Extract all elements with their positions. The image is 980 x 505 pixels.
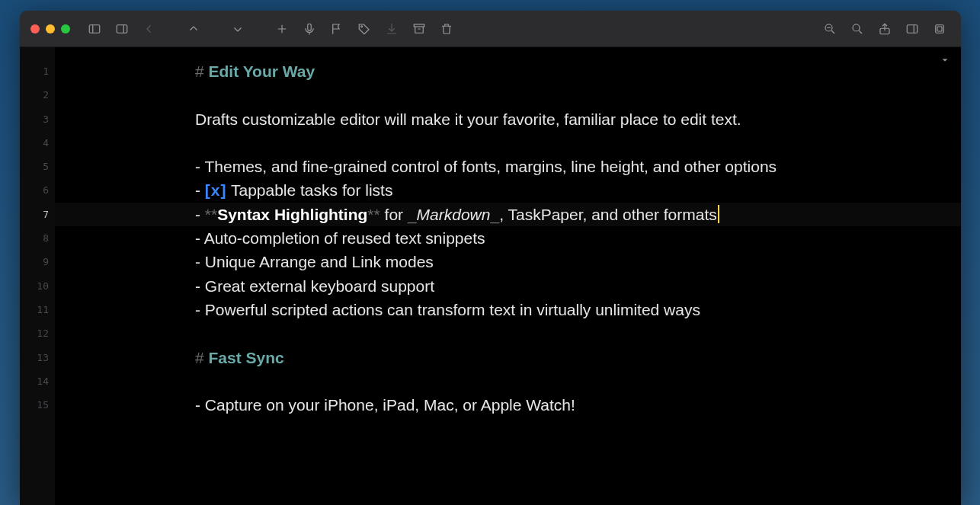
line-number: 7: [20, 203, 55, 226]
editor-line[interactable]: - Powerful scripted actions can transfor…: [195, 298, 961, 321]
svg-point-14: [853, 24, 860, 31]
zoom-window-button[interactable]: [61, 24, 70, 34]
markdown-mark: #: [195, 349, 209, 366]
heading-text: Edit Your Way: [209, 62, 315, 80]
bullet-mark: -: [195, 396, 205, 414]
editor-line[interactable]: [195, 321, 961, 345]
line-number: 12: [20, 321, 55, 345]
mic-icon[interactable]: [299, 18, 320, 40]
line-number: 5: [20, 155, 55, 178]
line-number: 4: [20, 131, 55, 155]
editor-line[interactable]: - Great external keyboard support: [195, 274, 961, 298]
body-text: Powerful scripted actions can transform …: [205, 301, 700, 318]
chevron-up-icon[interactable]: [183, 18, 204, 40]
trash-icon[interactable]: [436, 18, 457, 40]
editor-line[interactable]: # Fast Sync: [195, 346, 961, 369]
editor-line[interactable]: [195, 83, 961, 107]
inspector-icon[interactable]: [929, 18, 950, 40]
body-text: Great external keyboard support: [205, 277, 434, 295]
window-controls: [30, 24, 70, 34]
svg-rect-0: [89, 24, 100, 33]
zoom-out-icon[interactable]: [819, 18, 841, 40]
close-window-button[interactable]: [30, 24, 40, 34]
svg-line-12: [831, 30, 834, 34]
svg-rect-2: [117, 24, 127, 33]
panel-right-icon[interactable]: [902, 18, 923, 40]
body-text: for: [380, 206, 408, 223]
text-cursor: [718, 205, 719, 223]
body-text: Auto-completion of reused text snippets: [204, 229, 485, 247]
svg-rect-6: [308, 24, 312, 30]
line-number: 2: [20, 83, 55, 107]
markdown-mark: _: [490, 206, 499, 223]
bullet-mark: -: [195, 229, 204, 247]
editor-line[interactable]: - Auto-completion of reused text snippet…: [195, 226, 961, 250]
line-number: 9: [20, 250, 55, 273]
minimize-window-button[interactable]: [46, 24, 55, 34]
markdown-mark: **: [205, 206, 217, 223]
line-number: 3: [20, 107, 55, 131]
download-icon[interactable]: [381, 18, 402, 40]
editor-line[interactable]: [195, 131, 961, 155]
line-number: 15: [20, 393, 55, 417]
task-checkbox[interactable]: [x]: [205, 181, 227, 199]
body-text: Drafts customizable editor will make it …: [195, 110, 741, 128]
archive-icon[interactable]: [408, 18, 430, 40]
svg-rect-9: [414, 24, 424, 27]
line-number: 13: [20, 346, 55, 369]
svg-point-8: [361, 25, 363, 27]
toolbar: [20, 11, 961, 47]
italic-text: Markdown: [417, 206, 491, 223]
editor-line[interactable]: # Edit Your Way: [195, 59, 961, 83]
chevron-down-icon[interactable]: [227, 18, 248, 40]
svg-rect-19: [936, 24, 944, 33]
markdown-mark: _: [408, 206, 417, 223]
bullet-mark: -: [195, 277, 205, 295]
bold-text: Syntax Highlighting: [217, 206, 367, 223]
markdown-mark: #: [195, 62, 209, 80]
tag-icon[interactable]: [354, 18, 375, 40]
line-number: 11: [20, 298, 55, 321]
editor-line[interactable]: [195, 369, 961, 393]
sidebar-left-icon[interactable]: [84, 18, 105, 40]
editor-line[interactable]: - [x] Tappable tasks for lists: [195, 178, 961, 202]
editor-line[interactable]: - **Syntax Highlighting** for _Markdown_…: [55, 203, 961, 226]
bullet-mark: -: [195, 301, 205, 318]
bullet-mark: -: [195, 253, 205, 270]
editor-line[interactable]: - Capture on your iPhone, iPad, Mac, or …: [195, 393, 961, 417]
bullet-mark: -: [195, 206, 205, 223]
body-text: Tappable tasks for lists: [227, 181, 393, 199]
body-text: , TaskPaper, and other formats: [499, 206, 717, 223]
editor-line[interactable]: - Unique Arrange and Link modes: [195, 250, 961, 273]
line-number: 1: [20, 59, 55, 83]
search-icon[interactable]: [847, 18, 868, 40]
line-number: 8: [20, 226, 55, 250]
editor-content[interactable]: # Edit Your Way Drafts customizable edit…: [55, 47, 961, 505]
markdown-mark: **: [367, 206, 380, 223]
bullet-mark: -: [195, 181, 205, 199]
editor-line[interactable]: - Themes, and fine-grained control of fo…: [195, 155, 961, 178]
svg-rect-20: [937, 27, 942, 31]
svg-rect-17: [907, 24, 918, 33]
line-number: 10: [20, 274, 55, 298]
line-number: 6: [20, 178, 55, 202]
plus-icon[interactable]: [271, 18, 293, 40]
editor-line[interactable]: Drafts customizable editor will make it …: [195, 107, 961, 131]
body-text: Capture on your iPhone, iPad, Mac, or Ap…: [205, 396, 575, 414]
collapse-arrow-icon[interactable]: [940, 55, 950, 69]
app-window: 1 2 3 4 5 6 7 8 9 10 11 12 13 14 15 # Ed…: [20, 11, 961, 505]
line-number: 14: [20, 369, 55, 393]
heading-text: Fast Sync: [209, 349, 284, 366]
body-text: Unique Arrange and Link modes: [205, 253, 434, 270]
svg-line-15: [859, 30, 862, 34]
share-icon[interactable]: [874, 18, 895, 40]
body-text: Themes, and fine-grained control of font…: [204, 158, 777, 175]
sidebar-right-icon[interactable]: [111, 18, 133, 40]
line-gutter: 1 2 3 4 5 6 7 8 9 10 11 12 13 14 15: [20, 47, 55, 505]
flag-icon[interactable]: [326, 18, 347, 40]
back-icon[interactable]: [139, 18, 160, 40]
bullet-mark: -: [195, 158, 204, 175]
editor[interactable]: 1 2 3 4 5 6 7 8 9 10 11 12 13 14 15 # Ed…: [20, 47, 961, 505]
